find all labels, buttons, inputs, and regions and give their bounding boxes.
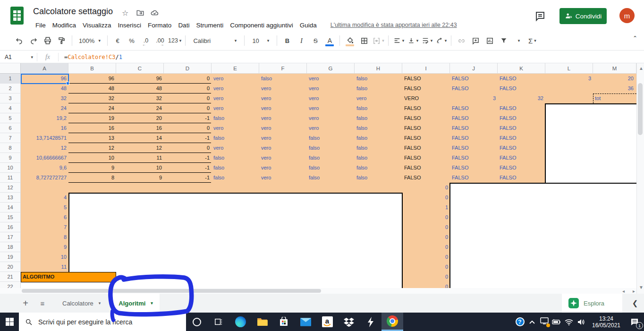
cell-A3[interactable]: 32 xyxy=(21,93,68,103)
cell-G5[interactable]: vero xyxy=(307,113,355,123)
cell-F9[interactable]: vero xyxy=(259,153,307,163)
row-header-18[interactable]: 18 xyxy=(0,242,21,252)
cell-E1[interactable]: vero xyxy=(212,74,259,84)
cell-C2[interactable]: 48 xyxy=(116,84,164,93)
borders-button[interactable] xyxy=(358,34,370,47)
move-folder-icon[interactable] xyxy=(136,8,144,19)
cell-J11[interactable]: FALSO xyxy=(450,173,498,183)
hidden-icons-chevron[interactable] xyxy=(526,313,538,331)
cell-A14[interactable]: 5 xyxy=(21,203,68,212)
cell-D8[interactable]: 0 xyxy=(164,143,212,153)
cell-I10[interactable]: FALSO xyxy=(402,163,450,173)
cell-I6[interactable]: FALSO xyxy=(402,123,450,133)
cell-K5[interactable]: FALSO xyxy=(498,113,545,123)
row-header-7[interactable]: 7 xyxy=(0,133,21,143)
edge-icon[interactable] xyxy=(229,313,251,331)
cell-I4[interactable]: FALSO xyxy=(402,103,450,113)
cell-I17[interactable]: 0 xyxy=(402,232,450,242)
cell-I16[interactable]: 0 xyxy=(402,222,450,232)
comment-history-icon[interactable] xyxy=(534,10,546,24)
cell-I12[interactable]: 0 xyxy=(402,183,450,193)
row-headers[interactable]: 12345678910111213141516171819202122 xyxy=(0,63,21,288)
menu-file[interactable]: File xyxy=(32,21,49,30)
cell-F3[interactable]: vero xyxy=(259,93,307,103)
cell-A20[interactable]: 11 xyxy=(21,262,68,272)
taskbar-clock[interactable]: 13:24 16/05/2021 xyxy=(589,315,623,329)
cell-I13[interactable]: 0 xyxy=(402,193,450,203)
decrease-decimals-button[interactable]: .0← xyxy=(140,34,152,47)
cell-J5[interactable]: FALSO xyxy=(450,113,498,123)
scroll-up-icon[interactable]: ▲ xyxy=(639,66,644,71)
cell-K9[interactable]: FALSO xyxy=(498,153,545,163)
menu-componenti-aggiuntivi[interactable]: Componenti aggiuntivi xyxy=(227,21,297,30)
row-header-1[interactable]: 1 xyxy=(0,74,21,84)
cell-E3[interactable]: vero xyxy=(212,93,259,103)
column-headers[interactable]: ABCDEFGHIJKLM xyxy=(0,63,636,74)
cell-E9[interactable]: falso xyxy=(212,153,259,163)
vertical-align-button[interactable]: ▾ xyxy=(407,34,419,47)
tab-algoritmi[interactable]: Algoritmi▾ xyxy=(112,294,160,313)
cell-E7[interactable]: falso xyxy=(212,133,259,143)
cell-E2[interactable]: vero xyxy=(212,84,259,93)
text-wrap-button[interactable]: ▾ xyxy=(421,34,433,47)
cell-B10[interactable]: 9 xyxy=(68,163,116,173)
cell-M2[interactable]: 36 xyxy=(593,84,636,93)
cell-J9[interactable]: FALSO xyxy=(450,153,498,163)
cell-G2[interactable]: vero xyxy=(307,84,355,93)
more-formats-button[interactable]: 123▾ xyxy=(168,34,181,47)
row-header-19[interactable]: 19 xyxy=(0,252,21,262)
column-header-K[interactable]: K xyxy=(498,63,545,74)
tab-caret-icon[interactable]: ▾ xyxy=(99,301,101,306)
cell-K4[interactable]: FALSO xyxy=(498,103,545,113)
cell-C10[interactable]: 10 xyxy=(116,163,164,173)
cell-I14[interactable]: 1 xyxy=(402,203,450,212)
cell-A21-algoritmo[interactable]: ALGORITMO xyxy=(21,272,116,282)
horizontal-scroll-thumb[interactable] xyxy=(22,289,321,293)
menu-dati[interactable]: Dati xyxy=(175,21,193,30)
cell-A11[interactable]: 8,727272727 xyxy=(21,173,68,183)
taskbar-search-input[interactable]: Scrivi qui per eseguire la ricerca xyxy=(19,313,186,331)
cell-F2[interactable]: vero xyxy=(259,84,307,93)
cell-F4[interactable]: vero xyxy=(259,103,307,113)
cell-H5[interactable]: falso xyxy=(355,113,402,123)
tab-calcolatore[interactable]: Calcolatore▾ xyxy=(56,294,107,313)
cell-I1[interactable]: FALSO xyxy=(402,74,450,84)
cell-K7[interactable]: FALSO xyxy=(498,133,545,143)
horizontal-align-button[interactable]: ▾ xyxy=(392,34,405,47)
cell-A10[interactable]: 9,6 xyxy=(21,163,68,173)
star-icon[interactable]: ☆ xyxy=(122,8,128,17)
cell-K2[interactable]: FALSO xyxy=(498,84,545,93)
cell-G4[interactable]: vero xyxy=(307,103,355,113)
font-family-select[interactable]: Calibri▾ xyxy=(189,34,240,47)
cell-D9[interactable]: -1 xyxy=(164,153,212,163)
cell-I19[interactable]: 0 xyxy=(402,252,450,262)
column-header-I[interactable]: I xyxy=(402,63,450,74)
cell-J1[interactable]: FALSO xyxy=(450,74,498,84)
cell-I2[interactable]: FALSO xyxy=(402,84,450,93)
cell-D1[interactable]: 0 xyxy=(164,74,212,84)
column-header-F[interactable]: F xyxy=(259,63,307,74)
column-header-A[interactable]: A xyxy=(21,63,68,74)
row-header-14[interactable]: 14 xyxy=(0,203,21,212)
row-header-12[interactable]: 12 xyxy=(0,183,21,193)
cell-D3[interactable]: 0 xyxy=(164,93,212,103)
insert-comment-button[interactable] xyxy=(469,34,482,47)
row-header-16[interactable]: 16 xyxy=(0,222,21,232)
cell-K8[interactable]: FALSO xyxy=(498,143,545,153)
menu-modifica[interactable]: Modifica xyxy=(49,21,79,30)
cell-I3[interactable]: VERO xyxy=(402,93,450,103)
notification-center-icon[interactable]: 1 xyxy=(625,313,644,331)
format-percent-button[interactable]: % xyxy=(126,34,138,47)
cell-D10[interactable]: -1 xyxy=(164,163,212,173)
cell-C6[interactable]: 16 xyxy=(116,123,164,133)
cell-A2[interactable]: 48 xyxy=(21,84,68,93)
cell-C11[interactable]: 9 xyxy=(116,173,164,183)
battery-tray-icon[interactable] xyxy=(551,313,563,331)
cell-H11[interactable]: falso xyxy=(355,173,402,183)
column-header-E[interactable]: E xyxy=(212,63,259,74)
redo-button[interactable] xyxy=(27,34,40,47)
cell-H3[interactable]: vero xyxy=(355,93,402,103)
cell-J2[interactable]: FALSO xyxy=(450,84,498,93)
menu-guida[interactable]: Guida xyxy=(297,21,320,30)
bold-button[interactable]: B xyxy=(281,34,293,47)
